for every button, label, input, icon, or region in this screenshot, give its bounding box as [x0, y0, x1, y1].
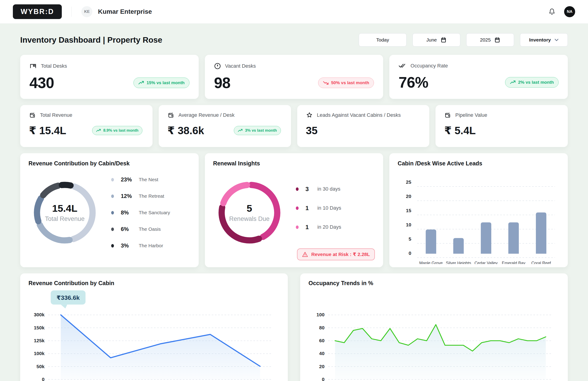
donut-center-label: Renewals Due — [229, 215, 270, 223]
legend-item: 23% The Nest — [111, 176, 190, 183]
svg-text:100k: 100k — [34, 351, 44, 356]
svg-text:15: 15 — [406, 208, 412, 213]
svg-text:5: 5 — [409, 236, 411, 242]
svg-text:50k: 50k — [37, 364, 45, 369]
legend-percent: 8% — [121, 210, 139, 216]
legend-item: 1 in 10 Days — [296, 205, 375, 212]
kpi-value: 76% — [399, 74, 428, 91]
svg-text:₹336.6k: ₹336.6k — [57, 295, 80, 301]
svg-text:0: 0 — [42, 377, 44, 381]
kpi-card-total-revenue: Total Revenue ₹ 15.4L 8.9% vs last month — [20, 105, 152, 147]
today-label: Today — [376, 37, 389, 43]
trend-up-icon — [238, 129, 243, 132]
occupancy-trends-line-card: Occupancy Trends in % 020406080100JanFeb… — [300, 273, 568, 381]
renewal-legend: 3 in 30 days 1 in 10 Days 1 in 20 Days — [296, 186, 375, 231]
trend-badge: 50% vs last month — [318, 77, 374, 88]
trend-badge: 8.9% vs last month — [92, 126, 142, 135]
desk-icon — [29, 63, 37, 70]
kpi-label: Total Desks — [41, 63, 67, 69]
legend-dot — [111, 194, 114, 198]
kpi-value: ₹ 38.6k — [168, 124, 204, 137]
trend-badge-text: 15% vs last month — [147, 80, 185, 85]
wybrid-logo[interactable]: WYBR:D — [13, 4, 62, 19]
svg-text:Maple Grove: Maple Grove — [420, 261, 443, 264]
year-value: 2025 — [480, 37, 491, 43]
svg-text:25: 25 — [406, 179, 412, 185]
kpi-card-occupancy-rate: Occupancy Rate 76% 2% vs last month — [389, 55, 568, 99]
svg-text:150k: 150k — [34, 325, 44, 330]
legend-label: The Retreat — [139, 193, 164, 199]
month-value: June — [426, 37, 437, 43]
revenue-by-cabin-line-chart: 050k100k125k150k300kThe NestThe OasisThe… — [28, 286, 279, 381]
legend-item: 3 in 30 days — [296, 186, 375, 193]
donut-center-label: Total Revenue — [45, 215, 85, 223]
trend-badge: 15% vs last month — [133, 77, 189, 88]
active-leads-bar-card: Cabin /Desk Wise Active Leads 0510152025… — [389, 153, 568, 267]
svg-text:100: 100 — [316, 312, 325, 317]
legend-label: in 30 days — [317, 186, 340, 192]
year-picker[interactable]: 2025 — [466, 33, 514, 47]
svg-text:20: 20 — [319, 364, 325, 369]
legend-item: 8% The Sanctuary — [111, 210, 190, 216]
revenue-by-cabin-line-card: Revenue Contribution by Cabin 050k100k12… — [20, 273, 288, 381]
svg-text:Silver Heights: Silver Heights — [446, 261, 471, 264]
view-value: Inventory — [529, 37, 551, 43]
double-check-icon — [399, 63, 406, 69]
warning-triangle-icon — [302, 252, 308, 257]
svg-text:20: 20 — [406, 194, 411, 199]
svg-text:300k: 300k — [34, 312, 44, 317]
kpi-label: Pipeline Value — [455, 112, 487, 118]
trend-badge-text: 50% vs last month — [331, 80, 369, 85]
active-leads-bar-chart: 0510152025Maple GroveSilver HeightsCedar… — [398, 168, 560, 264]
kpi-value: ₹ 15.4L — [29, 124, 66, 137]
org-name: Kumar Enterprise — [98, 8, 152, 15]
wybrid-logo-text: WYBR:D — [21, 8, 54, 16]
page-title: Inventory Dashboard | Property Rose — [20, 35, 162, 44]
legend-label: The Harbor — [139, 243, 163, 248]
legend-item: 6% The Oasis — [111, 226, 190, 232]
trend-down-icon — [323, 81, 329, 85]
kpi-value: ₹ 5.4L — [444, 124, 476, 137]
revenue-donut-legend: 23% The Nest 12% The Retreat 8% The Sanc… — [111, 176, 190, 249]
renewal-insights-card: Renewal Insights 5 Renewals Due 3 in 30 … — [205, 153, 383, 267]
month-picker[interactable]: June — [413, 33, 460, 47]
legend-label: The Nest — [139, 177, 158, 182]
chart-title: Cabin /Desk Wise Active Leads — [398, 160, 560, 167]
legend-percent: 23% — [121, 176, 139, 183]
legend-percent: 6% — [121, 226, 139, 232]
calendar-icon — [441, 37, 446, 43]
svg-text:0: 0 — [409, 250, 411, 256]
kpi-label: Vacant Desks — [225, 63, 256, 69]
kpi-card-average-revenue: Average Revenue / Desk ₹ 38.6k 3% vs las… — [159, 105, 291, 147]
svg-text:Cedar Valley: Cedar Valley — [475, 261, 498, 264]
svg-text:Coral Reef: Coral Reef — [531, 261, 551, 264]
bell-icon[interactable] — [548, 8, 555, 15]
user-avatar[interactable]: NA — [564, 6, 575, 17]
chevron-down-icon — [554, 38, 559, 41]
chart-title: Revenue Contribution by Cabin — [28, 280, 279, 286]
wallet-icon — [168, 112, 174, 118]
view-dropdown[interactable]: Inventory — [520, 33, 568, 47]
svg-text:125k: 125k — [34, 338, 44, 343]
alert-circle-icon — [214, 63, 221, 70]
svg-text:10: 10 — [406, 222, 411, 227]
svg-text:80: 80 — [319, 325, 325, 330]
legend-label: The Sanctuary — [139, 210, 170, 215]
trend-badge-text: 8.9% vs last month — [103, 128, 139, 133]
today-button[interactable]: Today — [359, 33, 407, 47]
calendar-icon — [494, 37, 500, 43]
trend-up-icon — [96, 129, 101, 132]
kpi-label: Leads Against Vacant Cabins / Desks — [317, 112, 401, 118]
legend-label: in 10 Days — [317, 205, 341, 211]
occupancy-trends-line-chart: 020406080100JanFebMarAprilMayJuneJulyAug… — [309, 286, 560, 381]
kpi-value: 98 — [214, 74, 230, 92]
trend-badge: 2% vs last month — [505, 77, 559, 88]
legend-value: 3 — [305, 186, 317, 193]
kpi-label: Total Revenue — [40, 112, 72, 118]
revenue-at-risk-text: Revenue at Risk : ₹ 2.28L — [311, 252, 370, 257]
org-avatar[interactable]: KE — [81, 6, 92, 17]
legend-value: 1 — [305, 205, 317, 212]
chart-title: Occupancy Trends in % — [309, 280, 560, 286]
trend-badge-text: 2% vs last month — [518, 80, 554, 85]
kpi-card-pipeline-value: Pipeline Value ₹ 5.4L — [436, 105, 568, 147]
